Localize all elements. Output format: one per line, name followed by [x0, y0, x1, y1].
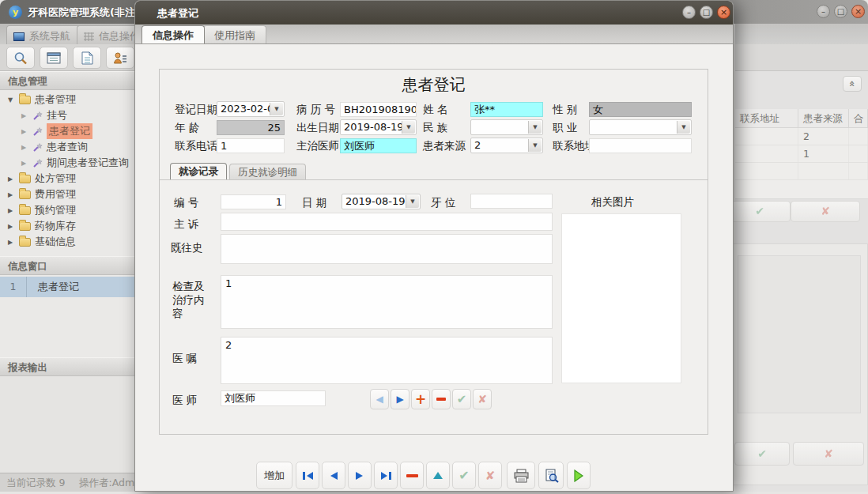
- job-combo[interactable]: ▼: [589, 119, 692, 135]
- gender-field[interactable]: 女: [589, 102, 692, 117]
- grid-row[interactable]: [735, 163, 868, 180]
- grid-row[interactable]: 1: [735, 145, 868, 163]
- tree-item-registration[interactable]: ▶ 挂号: [0, 107, 134, 123]
- collapsed-arrow-icon[interactable]: ▶: [8, 223, 15, 230]
- tab-system-navigation[interactable]: 系统导航: [6, 25, 81, 44]
- dropdown-arrow-icon[interactable]: ▼: [677, 121, 690, 134]
- dropdown-arrow-icon[interactable]: ▼: [402, 121, 415, 134]
- main-close-button[interactable]: ×: [851, 5, 865, 18]
- grid-header-extra[interactable]: 合: [849, 109, 868, 127]
- collapsed-arrow-icon[interactable]: ▶: [8, 191, 15, 198]
- visit-prev-button[interactable]: ◀: [370, 389, 389, 409]
- dropdown-arrow-icon[interactable]: ▼: [528, 139, 542, 152]
- last-record-button[interactable]: [374, 462, 398, 489]
- window-list-item[interactable]: 1 患者登记: [0, 277, 134, 297]
- collapsed-arrow-icon[interactable]: ▶: [8, 175, 15, 183]
- prev-record-button[interactable]: [322, 462, 345, 489]
- tab-divider: [160, 179, 708, 180]
- toolbar-card-button[interactable]: [40, 47, 68, 69]
- edit-record-button[interactable]: [426, 462, 450, 489]
- advice-label: 医 嘱: [172, 352, 197, 366]
- visit-delete-button[interactable]: [432, 389, 451, 409]
- toolbar-document-button[interactable]: [73, 47, 101, 69]
- tab-info-operation[interactable]: 信息操作: [142, 25, 205, 43]
- tree-item-drug-inventory[interactable]: ▶ 药物库存: [0, 218, 134, 234]
- history-field[interactable]: [221, 234, 553, 264]
- tab-visit-record[interactable]: 就诊记录: [170, 163, 227, 179]
- tree-item-prescription-mgmt[interactable]: ▶ 处方管理: [0, 171, 134, 187]
- check-icon: ✔: [755, 205, 764, 217]
- complaint-field[interactable]: [221, 213, 553, 231]
- dropdown-arrow-icon[interactable]: ▼: [270, 103, 283, 115]
- post-record-button[interactable]: ✔: [452, 462, 476, 489]
- dropdown-arrow-icon[interactable]: ▼: [528, 121, 542, 134]
- grid-header-contact-address[interactable]: 联系地址: [735, 109, 798, 127]
- sidebar-header-report-output: 报表输出: [0, 357, 134, 376]
- visit-no-field[interactable]: 1: [221, 194, 286, 209]
- attending-doctor-field[interactable]: 刘医师: [340, 138, 417, 153]
- first-record-button[interactable]: [296, 462, 319, 489]
- tree-item-basic-info[interactable]: ▶ 基础信息: [0, 234, 134, 250]
- cancel-button-lower[interactable]: ✘: [793, 442, 864, 466]
- collapsed-arrow-icon[interactable]: ▶: [8, 207, 15, 214]
- dialog-maximize-button[interactable]: □: [700, 6, 713, 19]
- ethnic-combo[interactable]: ▼: [470, 119, 543, 135]
- collapsed-arrow-icon[interactable]: ▶: [21, 160, 28, 167]
- tree-item-patient-mgmt[interactable]: ▼ 患者管理: [0, 92, 134, 107]
- status-record-count: 当前记录数 9: [6, 477, 65, 490]
- patient-source-combo[interactable]: 2 ▼: [470, 138, 543, 153]
- visit-cancel-button[interactable]: ✘: [473, 389, 492, 409]
- reg-date-combo[interactable]: 2023-02-02 ▼: [217, 101, 285, 117]
- dialog-minimize-button[interactable]: –: [682, 6, 696, 19]
- dropdown-arrow-icon[interactable]: ▼: [406, 195, 419, 208]
- main-minimize-button[interactable]: –: [817, 5, 830, 18]
- dialog-close-button[interactable]: ×: [717, 6, 730, 19]
- advice-field[interactable]: 2: [221, 337, 553, 384]
- visit-add-button[interactable]: +: [411, 389, 430, 409]
- cancel-button-upper[interactable]: ✘: [791, 201, 860, 222]
- visit-next-button[interactable]: ▶: [391, 389, 409, 409]
- birth-date-combo[interactable]: 2019-08-19 ▼: [340, 119, 417, 135]
- name-field[interactable]: 张**: [470, 102, 543, 117]
- toolbar-search-button[interactable]: [6, 47, 35, 69]
- grid-cell: [798, 163, 849, 179]
- print-button[interactable]: [507, 462, 535, 489]
- exam-field[interactable]: 1: [221, 275, 553, 329]
- tree-item-appointment-mgmt[interactable]: ▶ 预约管理: [0, 202, 134, 218]
- tree-item-patient-register[interactable]: ▶ 患者登记: [0, 123, 134, 139]
- cancel-record-button[interactable]: ✘: [478, 462, 502, 489]
- confirm-button-lower[interactable]: ✔: [734, 442, 790, 466]
- next-record-button[interactable]: [348, 462, 372, 489]
- age-field[interactable]: 25: [217, 120, 285, 135]
- expanded-arrow-icon[interactable]: ▼: [8, 96, 15, 104]
- tree-item-fee-mgmt[interactable]: ▶ 费用管理: [0, 187, 134, 202]
- phone-field[interactable]: 1: [217, 138, 285, 153]
- visit-confirm-button[interactable]: ✔: [452, 389, 471, 409]
- address-field[interactable]: [589, 138, 692, 153]
- grid-row[interactable]: 2: [735, 128, 868, 145]
- add-button[interactable]: 增加: [256, 462, 292, 489]
- collapsed-arrow-icon[interactable]: ▶: [21, 128, 28, 135]
- confirm-button-upper[interactable]: ✔: [729, 201, 791, 222]
- collapsed-arrow-icon[interactable]: ▶: [21, 144, 28, 151]
- collapsed-arrow-icon[interactable]: ▶: [8, 239, 15, 246]
- collapsed-arrow-icon[interactable]: ▶: [21, 112, 28, 119]
- visit-doctor-field[interactable]: 刘医师: [221, 390, 326, 406]
- tab-visit-history[interactable]: 历史就诊明细: [229, 164, 306, 180]
- tree-item-patient-query[interactable]: ▶ 患者查询: [0, 139, 134, 155]
- run-button[interactable]: [567, 462, 591, 489]
- tree-item-period-patient-query[interactable]: ▶ 期间患者登记查询: [0, 155, 134, 171]
- tree-item-label: 预约管理: [35, 203, 76, 217]
- visit-date-combo[interactable]: 2019-08-19 ▼: [342, 194, 421, 209]
- patient-register-dialog: 患者登记 – □ × 信息操作 使用指南 患者登记 登记日期 2023-02-0…: [134, 0, 734, 492]
- tooth-field[interactable]: [470, 194, 553, 209]
- check-icon: ✔: [459, 468, 469, 483]
- record-no-field[interactable]: BH20190819001: [340, 102, 417, 117]
- grid-header-patient-source[interactable]: 患者来源: [798, 109, 849, 127]
- main-maximize-button[interactable]: □: [834, 5, 847, 18]
- toolbar-user-report-button[interactable]: [106, 47, 134, 69]
- delete-record-button[interactable]: [400, 462, 424, 489]
- collapse-panel-button[interactable]: «: [843, 76, 862, 92]
- print-preview-button[interactable]: [538, 462, 564, 489]
- tab-user-guide[interactable]: 使用指南: [203, 25, 266, 43]
